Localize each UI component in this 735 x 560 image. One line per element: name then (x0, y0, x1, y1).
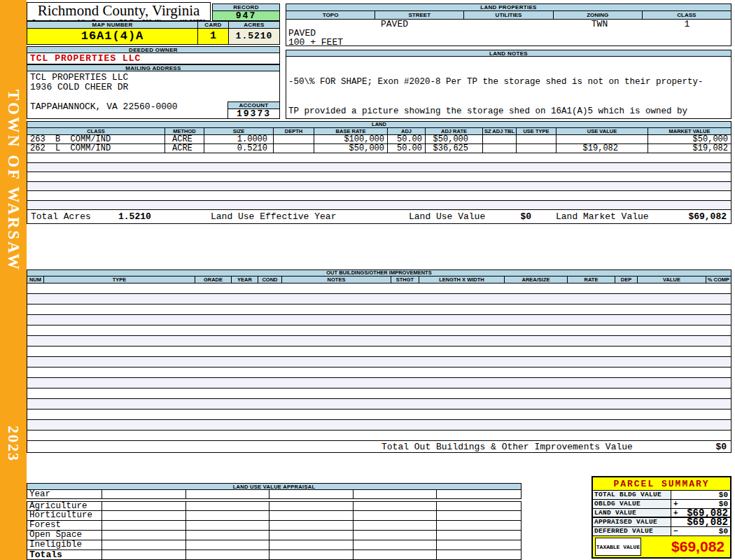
cell-adj-rate: $50,000 (426, 135, 483, 144)
cell-depth (274, 144, 314, 153)
land-use-row-agriculture: Agriculture (27, 501, 522, 511)
land-use-row-forest: Forest (27, 521, 522, 531)
summary-operator: + (671, 509, 681, 517)
row-label: Totals (27, 550, 102, 559)
effective-year-label: Land Use Effective Year (211, 210, 336, 224)
street-value: PAVED (374, 20, 468, 29)
summary-operator: + (671, 500, 681, 508)
record-value: 947 (212, 11, 280, 21)
total-acres-value: 1.5210 (118, 210, 151, 224)
land-col-class: CLASS (27, 128, 165, 134)
empty-row (27, 315, 731, 326)
empty-row (27, 191, 731, 201)
empty-cell (102, 540, 186, 550)
ob-total-label: Total Out Buildings & Other Improvements… (382, 441, 633, 453)
ob-col-dep: DEP (615, 276, 638, 283)
summary-value: $69,082 (681, 518, 730, 526)
parcel-summary-title: PARCEL SUMMARY (593, 477, 730, 491)
summary-row-appraised: APPRAISED VALUE $69,082 (593, 518, 730, 527)
county-header: Richmond County, Virginia Commissioner o… (27, 2, 211, 21)
row-label: Horticulture (27, 511, 102, 520)
summary-operator (671, 491, 681, 499)
cell-method: ACRE (165, 135, 204, 144)
empty-cell (102, 550, 186, 559)
empty-row (27, 399, 731, 410)
row-cells (102, 521, 521, 530)
empty-cell (354, 540, 438, 550)
row-label: Forest (27, 521, 102, 530)
empty-cell (437, 540, 521, 550)
empty-row (27, 294, 731, 304)
empty-cell (437, 521, 521, 530)
row-label: Open Space (27, 531, 102, 540)
empty-row (27, 153, 731, 163)
acres-value: 1.5210 (229, 29, 280, 45)
out-buildings-column-headers: NUM TYPE GRADE YEAR COND NOTES STHGT LEN… (27, 276, 731, 284)
land-col-method: METHOD (165, 128, 204, 134)
summary-value: $0 (681, 491, 730, 499)
column-header-street: STREET (375, 11, 464, 19)
empty-cell (102, 511, 186, 520)
empty-row (27, 304, 731, 315)
ob-col-cond: COND (258, 276, 282, 283)
land-market-value-label: Land Market Value (556, 210, 649, 224)
column-header-utilities: UTILITIES (464, 11, 553, 19)
taxable-value-label: TAXABLE VALUE (595, 538, 641, 556)
ob-col-num: NUM (27, 276, 44, 283)
land-use-row-open-space: Open Space (27, 531, 522, 540)
empty-row (27, 346, 731, 357)
summary-label: TOTAL BLDG VALUE (593, 491, 671, 499)
street-note-line2: 100 + FEET (286, 38, 731, 47)
ob-col-length-width: LENGTH X WIDTH (419, 276, 505, 283)
land-column-headers: CLASS METHOD SIZE DEPTH BASE RATE ADJ AD… (27, 128, 731, 135)
land-col-base-rate: BASE RATE (314, 128, 388, 134)
empty-row (27, 336, 731, 346)
empty-cell (437, 550, 521, 559)
street-note-line1: PAVED (286, 29, 731, 38)
address-line-3: TAPPAHANNOCK, VA 22560-0000 (30, 102, 178, 112)
tax-year-label: 2023 (0, 414, 27, 473)
ob-col-type: TYPE (44, 276, 195, 283)
land-use-value-label: Land Use Value (409, 210, 485, 224)
empty-cell (437, 531, 521, 540)
land-notes-label: LAND NOTES (286, 50, 732, 57)
empty-cell (437, 490, 521, 498)
land-col-use-value: USE VALUE (556, 128, 648, 134)
cell-market-value: $50,000 (648, 135, 731, 144)
land-use-appraisal-table: LAND USE VALUE APPRAISAL Year Agricultur… (27, 483, 522, 560)
map-number-value: 16A1(4)A (27, 29, 198, 45)
out-buildings-title: OUT BUILDINGS/OTHER IMPROVEMENTS (27, 270, 731, 276)
empty-row (27, 420, 731, 430)
deeded-owner-label: DEEDED OWNER (27, 46, 280, 53)
empty-cell (270, 521, 354, 530)
empty-cell (102, 531, 186, 540)
empty-cell (186, 502, 270, 510)
land-col-depth: DEPTH (274, 128, 314, 134)
empty-cell (270, 531, 354, 540)
cell-adj: 50.00 (388, 135, 426, 144)
class-value: 1 (643, 20, 731, 29)
empty-cell (437, 502, 521, 510)
empty-cell (354, 502, 438, 510)
land-use-appraisal-title: LAND USE VALUE APPRAISAL (27, 483, 522, 490)
cell-adj: 50.00 (388, 144, 426, 153)
land-notes-box: -50\% FOR SHAPE; Exon #2020-8 Per TP the… (286, 57, 732, 119)
cell-size: 0.5210 (204, 144, 274, 153)
empty-cell (354, 550, 438, 559)
land-market-value: $69,082 (688, 210, 727, 224)
land-use-row-horticulture: Horticulture (27, 511, 522, 521)
empty-row (27, 163, 731, 173)
cell-size: 1.0000 (204, 135, 274, 144)
cell-use-type (517, 144, 556, 153)
summary-value: $69,082 (681, 509, 730, 517)
cell-base-rate: $50,000 (314, 144, 388, 153)
cell-sz-adj-tbl (483, 135, 517, 144)
out-buildings-table: OUT BUILDINGS/OTHER IMPROVEMENTS NUM TYP… (27, 270, 732, 453)
sidebar: TOWN OF WARSAW 2023 (0, 0, 27, 560)
land-totals-row: Total Acres 1.5210 Land Use Effective Ye… (27, 210, 731, 223)
empty-cell (186, 531, 270, 540)
row-cells (102, 502, 521, 510)
empty-cell (102, 502, 186, 510)
map-number-label: MAP NUMBER (27, 21, 198, 29)
row-cells (102, 511, 521, 520)
